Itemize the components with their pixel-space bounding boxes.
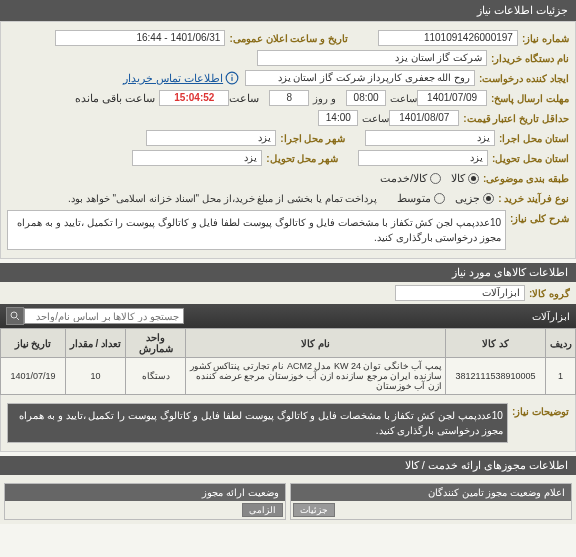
sub1-title: اعلام وضعیت مجوز تامین کنندگان: [291, 484, 571, 501]
province-deliv: یزد: [358, 150, 488, 166]
search-icon: [9, 310, 21, 322]
requester-label: ایجاد کننده درخواست:: [479, 73, 569, 84]
cell-date: 1401/07/19: [1, 358, 66, 395]
items-toolbar: ابزارآلات: [0, 304, 576, 328]
requester-value: روح الله جعفری کارپرداز شرکت گاز استان ی…: [245, 70, 475, 86]
table-header-row: ردیف کد کالا نام کالا واحد شمارش تعداد /…: [1, 329, 576, 358]
buy-proc-group: جزیی متوسط: [397, 192, 494, 205]
th-unit: واحد شمارش: [126, 329, 186, 358]
radio-icon: [483, 193, 494, 204]
th-name: نام کالا: [186, 329, 446, 358]
main-desc-label: شرح کلی نیاز:: [510, 213, 569, 224]
province-exec-label: استان محل اجرا:: [499, 133, 569, 144]
sub2-title: وضعیت ارائه مجوز: [5, 484, 285, 501]
info-icon: [225, 71, 239, 85]
req-type-group: کالا کالا/خدمت: [380, 172, 479, 185]
buyer-label: نام دستگاه خریدار:: [491, 53, 569, 64]
radio-icon: [434, 193, 445, 204]
time-label-1: ساعت: [390, 93, 417, 104]
search-button[interactable]: [6, 307, 24, 325]
group-label: گروه کالا:: [529, 288, 570, 299]
cell-code: 3812111538910005: [446, 358, 546, 395]
group-value: ابزارآلات: [395, 285, 525, 301]
permits-body: اعلام وضعیت مجوز تامین کنندگان جزئیات وض…: [0, 475, 576, 524]
validity-label: حداقل تاریخ اعتبار قیمت:: [463, 113, 569, 124]
deadline-date: 1401/07/09: [417, 90, 487, 106]
city-deliv-label: شهر محل تحویل:: [266, 153, 338, 164]
page-title: جزئیات اطلاعات نیاز: [477, 4, 568, 16]
permits-section-title: اطلاعات مجوزهای ارائه خدمت / کالا: [405, 459, 568, 471]
time-label-3: ساعت: [362, 113, 389, 124]
buyer-value: شرکت گاز استان یزد: [257, 50, 487, 66]
svg-line-4: [17, 318, 20, 321]
contact-link[interactable]: اطلاعات تماس خریدار: [123, 71, 239, 85]
extra-desc-label: توضیحات نیاز:: [512, 406, 569, 417]
city-deliv: یزد: [132, 150, 262, 166]
details-button[interactable]: جزئیات: [293, 503, 335, 517]
buy-proc-label: نوع فرآیند خرید :: [498, 193, 569, 204]
opt-medium[interactable]: متوسط: [397, 192, 445, 205]
deadline-time: 08:00: [346, 90, 386, 106]
main-panel: شماره نیاز: 1101091426000197 تاریخ و ساع…: [0, 21, 576, 259]
th-qty: تعداد / مقدار: [66, 329, 126, 358]
cell-unit: دستگاه: [126, 358, 186, 395]
req-no-value: 1101091426000197: [378, 30, 518, 46]
cell-row: 1: [546, 358, 576, 395]
province-deliv-label: استان محل تحویل:: [492, 153, 569, 164]
radio-icon: [430, 173, 441, 184]
sub-panel-status: اعلام وضعیت مجوز تامین کنندگان جزئیات: [290, 483, 572, 520]
search-input[interactable]: [24, 308, 184, 324]
province-exec: یزد: [365, 130, 495, 146]
goods-group-row: گروه کالا: ابزارآلات: [0, 282, 576, 304]
time-label-2: ساعت: [229, 92, 259, 105]
city-exec-label: شهر محل اجرا:: [280, 133, 345, 144]
days-label: و روز: [313, 93, 336, 104]
page-header: جزئیات اطلاعات نیاز: [0, 0, 576, 21]
extra-desc-panel: توضیحات نیاز: 10عددپمپ لجن کش تکفاز با م…: [0, 395, 576, 452]
opt-partial[interactable]: جزیی: [455, 192, 494, 205]
opt-goods[interactable]: کالا: [451, 172, 479, 185]
goods-section-title: اطلاعات کالاهای مورد نیاز: [452, 266, 568, 278]
remain-label: ساعت باقی مانده: [75, 92, 155, 105]
goods-section-header: اطلاعات کالاهای مورد نیاز: [0, 263, 576, 282]
deadline-label: مهلت ارسال پاسخ:: [491, 93, 569, 104]
cell-name: پمپ آب خانگی توان KW 24 مدل ACM2 نام تجا…: [186, 358, 446, 395]
city-exec: یزد: [146, 130, 276, 146]
permits-section-header: اطلاعات مجوزهای ارائه خدمت / کالا: [0, 456, 576, 475]
validity-time: 14:00: [318, 110, 358, 126]
countdown: 15:04:52: [159, 90, 229, 106]
contact-link-text: اطلاعات تماس خریدار: [123, 72, 223, 85]
items-table: ردیف کد کالا نام کالا واحد شمارش تعداد /…: [0, 328, 576, 395]
mandatory-label: الزامی: [242, 503, 283, 517]
svg-rect-2: [232, 75, 233, 76]
th-row: ردیف: [546, 329, 576, 358]
cell-qty: 10: [66, 358, 126, 395]
table-row[interactable]: 1 3812111538910005 پمپ آب خانگی توان KW …: [1, 358, 576, 395]
days-value: 8: [269, 90, 309, 106]
announce-label: تاریخ و ساعت اعلان عمومی:: [229, 33, 347, 44]
items-bar-label: ابزارآلات: [532, 311, 570, 322]
radio-icon: [468, 173, 479, 184]
svg-point-3: [11, 312, 17, 318]
sub-panel-permit: وضعیت ارائه مجوز الزامی: [4, 483, 286, 520]
extra-desc: 10عددپمپ لجن کش تکفاز با مشخصات فایل و ک…: [7, 403, 508, 443]
validity-date: 1401/08/07: [389, 110, 459, 126]
th-date: تاریخ نیاز: [1, 329, 66, 358]
opt-service[interactable]: کالا/خدمت: [380, 172, 441, 185]
buy-note: پرداخت تمام یا بخشی از مبلغ خرید،از محل …: [68, 193, 377, 204]
req-type-label: طبقه بندی موضوعی:: [483, 173, 569, 184]
announce-value: 1401/06/31 - 16:44: [55, 30, 225, 46]
th-code: کد کالا: [446, 329, 546, 358]
req-no-label: شماره نیاز:: [522, 33, 569, 44]
main-desc: 10عددپمپ لجن کش تکفاز با مشخصات فایل و ک…: [7, 210, 506, 250]
svg-rect-1: [232, 77, 233, 81]
